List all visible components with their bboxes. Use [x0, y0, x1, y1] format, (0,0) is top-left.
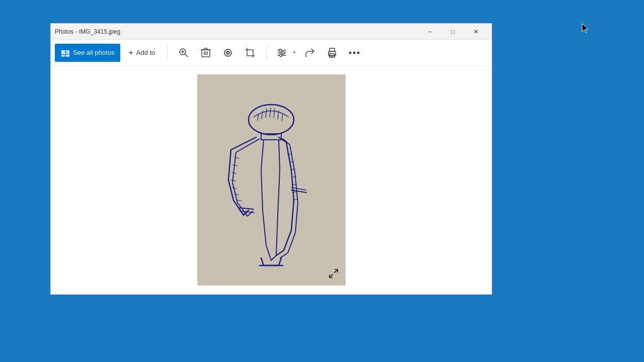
- svg-rect-12: [204, 48, 207, 50]
- svg-line-7: [185, 54, 188, 57]
- more-options-button[interactable]: [344, 43, 364, 63]
- more-options-icon: [349, 51, 360, 54]
- svg-point-5: [63, 51, 64, 52]
- svg-line-39: [274, 109, 275, 118]
- close-button[interactable]: ✕: [464, 24, 488, 40]
- svg-line-45: [231, 180, 236, 181]
- maximize-button[interactable]: □: [441, 24, 464, 40]
- svg-line-46: [232, 188, 237, 189]
- svg-point-22: [279, 49, 282, 51]
- photos-icon: [61, 48, 70, 57]
- see-all-photos-button[interactable]: See all photos: [55, 44, 120, 62]
- mouse-cursor: [581, 23, 599, 36]
- expand-button[interactable]: [326, 265, 342, 282]
- zoom-enhance-button[interactable]: [174, 43, 194, 63]
- svg-line-38: [270, 108, 271, 117]
- svg-line-59: [238, 208, 254, 209]
- separator-2: [266, 46, 267, 60]
- adjust-dropdown-arrow: ▾: [291, 43, 298, 63]
- crop-icon: [245, 47, 256, 58]
- delete-icon: [201, 47, 211, 58]
- svg-point-33: [357, 51, 360, 54]
- share-icon: [304, 47, 315, 58]
- add-to-label: Add to: [136, 49, 155, 56]
- svg-point-16: [224, 49, 231, 56]
- crop-button[interactable]: [240, 43, 260, 63]
- window-title: Photos - IMG_3415.jpeg: [55, 28, 120, 35]
- plus-icon: +: [128, 48, 133, 57]
- adjust-button[interactable]: ▾: [273, 43, 298, 63]
- adjust-icon: [273, 43, 291, 63]
- share-button[interactable]: [300, 43, 320, 63]
- svg-point-32: [353, 51, 356, 54]
- retouch-button[interactable]: [218, 43, 238, 63]
- separator-1: [167, 46, 168, 60]
- image-display: [197, 74, 346, 286]
- print-icon: [327, 48, 338, 58]
- print-button[interactable]: [322, 43, 342, 63]
- retouch-icon: [222, 47, 233, 58]
- svg-point-31: [349, 51, 352, 54]
- svg-point-24: [280, 54, 282, 56]
- svg-line-36: [262, 111, 263, 119]
- svg-line-48: [237, 200, 242, 201]
- svg-line-41: [282, 114, 283, 121]
- see-all-photos-label: See all photos: [73, 49, 114, 56]
- sketch-image: [203, 79, 339, 281]
- svg-rect-26: [330, 48, 335, 51]
- image-viewer-content: [51, 66, 492, 294]
- window-controls: – □ ✕: [418, 24, 488, 40]
- zoom-enhance-icon: [178, 47, 189, 58]
- svg-point-23: [282, 51, 285, 54]
- svg-point-34: [249, 105, 294, 135]
- svg-point-30: [330, 52, 331, 53]
- title-bar: Photos - IMG_3415.jpeg – □ ✕: [51, 24, 492, 40]
- expand-icon: [329, 268, 339, 279]
- svg-line-37: [266, 109, 267, 118]
- delete-button[interactable]: [196, 43, 216, 63]
- minimize-button[interactable]: –: [418, 24, 441, 40]
- photos-window: Photos - IMG_3415.jpeg – □ ✕: [50, 23, 492, 295]
- toolbar: See all photos + Add to: [51, 40, 492, 66]
- add-to-button[interactable]: + Add to: [122, 44, 161, 62]
